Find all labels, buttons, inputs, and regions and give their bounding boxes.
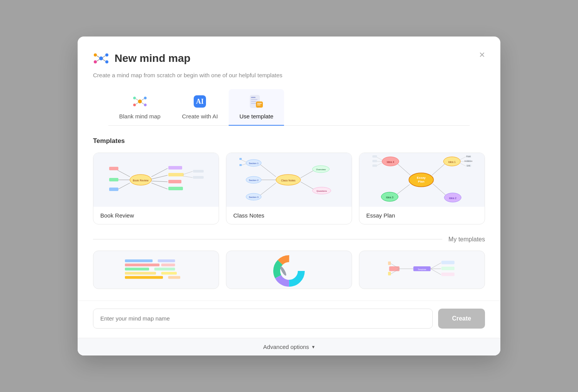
template-card-class-notes[interactable]: Class Notes Section 1 — [226, 153, 352, 224]
svg-rect-129 — [441, 272, 454, 276]
svg-text:Section 2: Section 2 — [249, 179, 259, 181]
advanced-options-bar[interactable]: Advanced options ▾ — [78, 338, 500, 355]
svg-rect-108 — [158, 259, 175, 262]
svg-line-16 — [141, 99, 144, 100]
svg-point-0 — [99, 56, 103, 60]
svg-text:Idea 3: Idea 3 — [386, 196, 394, 199]
svg-rect-104 — [125, 264, 159, 266]
svg-text:Questions: Questions — [316, 190, 327, 192]
svg-text:Class Notes: Class Notes — [281, 179, 296, 182]
tab-blank-label: Blank mind map — [119, 113, 161, 120]
modal-overlay: New mind map Create a mind map from scra… — [0, 0, 578, 392]
mind-map-icon — [93, 50, 109, 66]
svg-text:Template: Template — [418, 268, 426, 271]
modal-title: New mind map — [115, 52, 191, 65]
svg-point-1 — [94, 53, 97, 56]
template-tab-icon — [248, 93, 265, 110]
svg-text:Section 3: Section 3 — [249, 196, 259, 198]
svg-rect-134 — [388, 272, 391, 275]
svg-text:Evidence: Evidence — [465, 160, 473, 162]
template-preview-essay-plan: Essay Plan Idea 1 Idea 2 — [359, 153, 485, 207]
svg-rect-34 — [109, 178, 118, 181]
svg-rect-23 — [251, 101, 256, 102]
create-button[interactable]: Create — [438, 309, 485, 329]
svg-line-5 — [97, 56, 100, 58]
templates-section-label: Templates — [93, 137, 485, 145]
input-row: Create — [93, 309, 485, 329]
svg-point-10 — [133, 97, 136, 100]
template-card-book-review[interactable]: Book Review — [93, 153, 219, 224]
svg-rect-127 — [441, 267, 454, 270]
tab-ai-label: Create with AI — [182, 113, 218, 120]
svg-rect-101 — [372, 164, 377, 167]
svg-rect-26 — [257, 103, 262, 104]
svg-rect-27 — [257, 105, 261, 105]
svg-rect-103 — [125, 259, 153, 262]
svg-rect-97 — [372, 155, 377, 158]
svg-text:Overview: Overview — [316, 168, 326, 171]
my-templates-grid: Template — [93, 251, 485, 289]
templates-grid: Book Review — [93, 153, 485, 224]
mind-map-name-input[interactable] — [93, 309, 433, 329]
svg-text:Idea 1: Idea 1 — [448, 161, 456, 163]
svg-line-15 — [136, 103, 138, 104]
svg-rect-38 — [168, 166, 182, 169]
svg-rect-32 — [109, 167, 118, 170]
svg-point-11 — [133, 104, 136, 106]
template-label-class-notes: Class Notes — [226, 207, 352, 224]
template-preview-book-review: Book Review — [93, 153, 219, 207]
svg-rect-22 — [251, 99, 257, 100]
modal-subtitle: Create a mind map from scratch or begin … — [93, 72, 485, 78]
svg-rect-46 — [193, 170, 204, 173]
tab-ai[interactable]: AI Create with AI — [171, 89, 229, 126]
svg-text:Idea 4: Idea 4 — [387, 161, 394, 163]
svg-text:AI: AI — [196, 98, 204, 105]
svg-line-8 — [103, 60, 106, 61]
svg-line-7 — [103, 56, 106, 58]
svg-rect-106 — [125, 272, 156, 274]
svg-rect-44 — [168, 187, 183, 190]
svg-line-14 — [136, 99, 138, 100]
chevron-down-icon: ▾ — [312, 344, 315, 350]
svg-rect-42 — [168, 180, 181, 183]
svg-text:Link: Link — [467, 164, 470, 167]
svg-rect-112 — [168, 276, 181, 279]
svg-text:Idea 2: Idea 2 — [449, 197, 457, 199]
tab-template-label: Use template — [239, 113, 273, 120]
svg-text:Essay: Essay — [417, 176, 426, 179]
svg-point-12 — [144, 97, 146, 100]
svg-rect-58 — [239, 164, 242, 166]
svg-rect-121 — [389, 266, 400, 271]
new-mind-map-modal: New mind map Create a mind map from scra… — [78, 37, 500, 355]
svg-point-13 — [144, 104, 146, 106]
svg-text:Section 1: Section 1 — [249, 162, 259, 164]
my-template-card-3[interactable]: Template — [359, 251, 485, 289]
template-card-essay-plan[interactable]: Essay Plan Idea 1 Idea 2 — [359, 153, 485, 224]
close-button[interactable]: × — [478, 48, 487, 61]
svg-rect-133 — [388, 261, 391, 265]
template-preview-class-notes: Class Notes Section 1 — [226, 153, 352, 207]
svg-line-6 — [97, 60, 100, 61]
svg-rect-109 — [161, 264, 175, 266]
ai-tab-icon: AI — [191, 93, 208, 110]
svg-rect-111 — [161, 272, 177, 274]
svg-rect-40 — [168, 173, 184, 176]
my-templates-divider: My templates — [93, 236, 485, 243]
my-template-card-2[interactable] — [226, 251, 352, 289]
svg-text:Book Review: Book Review — [133, 179, 149, 182]
svg-line-17 — [141, 103, 144, 104]
tab-template[interactable]: Use template — [229, 89, 284, 126]
svg-rect-105 — [125, 267, 149, 270]
svg-rect-48 — [193, 176, 204, 179]
svg-rect-110 — [154, 267, 175, 270]
tab-blank[interactable]: Blank mind map — [108, 89, 171, 126]
blank-tab-icon — [131, 93, 148, 110]
svg-text:Plan: Plan — [418, 180, 425, 183]
tabs-row: Blank mind map AI Create with AI — [108, 89, 470, 126]
svg-point-2 — [94, 60, 97, 63]
svg-text:Point: Point — [466, 155, 471, 158]
modal-body: Templates Book Review — [78, 126, 500, 301]
my-template-card-1[interactable] — [93, 251, 219, 289]
modal-footer: Create — [78, 301, 500, 338]
my-templates-label: My templates — [448, 236, 485, 243]
